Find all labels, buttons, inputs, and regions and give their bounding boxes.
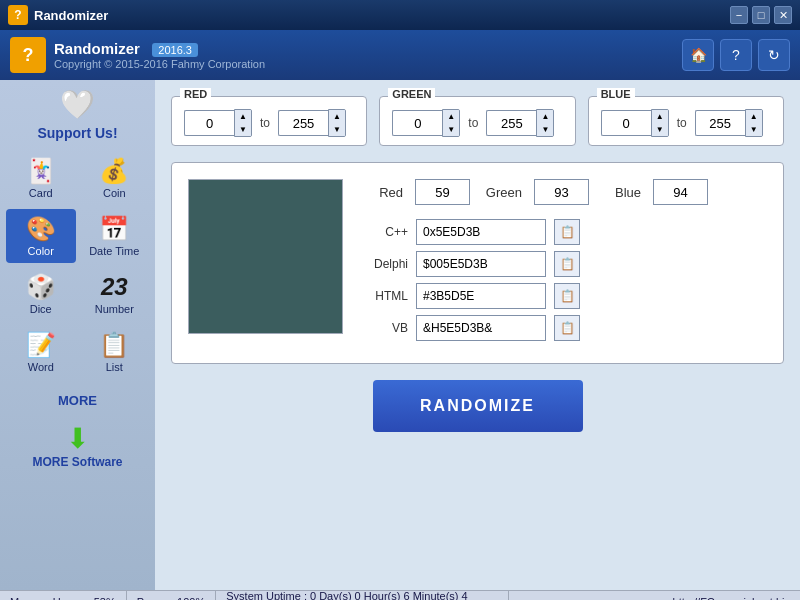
red-from-down[interactable]: ▼ [235,123,251,136]
vb-copy-button[interactable]: 📋 [554,315,580,341]
sidebar-item-card-label: Card [29,187,53,199]
range-controls: RED ▲ ▼ to ▲ ▼ [171,96,784,146]
sidebar-item-list[interactable]: 📋 List [80,325,150,379]
support-us-button[interactable]: 🤍 Support Us! [37,88,117,141]
sidebar-item-color[interactable]: 🎨 Color [6,209,76,263]
red-to-input[interactable] [278,110,328,136]
website-link[interactable]: http://FCorp.rajahost.biz [509,591,800,600]
green-to-input[interactable] [486,110,536,136]
power-status: Power : 100% [127,591,216,600]
sidebar-item-coin-label: Coin [103,187,126,199]
titlebar: ? Randomizer − □ ✕ [0,0,800,30]
app-logo: ? [10,37,46,73]
sidebar-item-dice[interactable]: 🎲 Dice [6,267,76,321]
cpp-value[interactable] [416,219,546,245]
header-icons: 🏠 ? ↻ [682,39,790,71]
html-copy-button[interactable]: 📋 [554,283,580,309]
headerbar: ? Randomizer 2016.3 Copyright © 2015-201… [0,30,800,80]
sidebar-item-word[interactable]: 📝 Word [6,325,76,379]
randomize-button[interactable]: RANDOMIZE [373,380,583,432]
cpp-row: C++ 📋 [363,219,767,245]
minimize-button[interactable]: − [730,6,748,24]
red-from-up[interactable]: ▲ [235,110,251,123]
green-label: GREEN [388,88,435,100]
code-rows: C++ 📋 Delphi 📋 HTML 📋 [363,219,767,341]
blue-from-arrows: ▲ ▼ [651,109,669,137]
red-from-arrows: ▲ ▼ [234,109,252,137]
html-value[interactable] [416,283,546,309]
blue-to-input[interactable] [695,110,745,136]
color-swatch [188,179,343,334]
blue-from-input[interactable] [601,110,651,136]
window-controls: − □ ✕ [730,6,792,24]
color-result-panel: Red 59 Green 93 Blue 94 C++ 📋 Delphi [171,162,784,364]
green-from-input[interactable] [392,110,442,136]
color-values: Red 59 Green 93 Blue 94 C++ 📋 Delphi [363,179,767,347]
close-button[interactable]: ✕ [774,6,792,24]
blue-value-label: Blue [601,185,641,200]
app-name: Randomizer [54,40,140,57]
sidebar-item-number[interactable]: 23 Number [80,267,150,321]
uptime-status: System Uptime : 0 Day(s) 0 Hour(s) 6 Min… [216,591,508,600]
sidebar-item-coin[interactable]: 💰 Coin [80,151,150,205]
green-to-down[interactable]: ▼ [537,123,553,136]
red-to-up[interactable]: ▲ [329,110,345,123]
calendar-icon: 📅 [99,215,129,243]
green-from-up[interactable]: ▲ [443,110,459,123]
more-software-button[interactable]: ⬇ MORE Software [32,422,122,469]
blue-range-group: BLUE ▲ ▼ to ▲ ▼ [588,96,784,146]
red-from-group: ▲ ▼ [184,109,252,137]
download-icon: ⬇ [66,422,89,455]
blue-from-group: ▲ ▼ [601,109,669,137]
blue-label: BLUE [597,88,635,100]
color-icon: 🎨 [26,215,56,243]
maximize-button[interactable]: □ [752,6,770,24]
sidebar-item-datetime-label: Date Time [89,245,139,257]
cpp-copy-button[interactable]: 📋 [554,219,580,245]
help-button[interactable]: ? [720,39,752,71]
blue-inputs: ▲ ▼ to ▲ ▼ [601,109,771,137]
refresh-button[interactable]: ↻ [758,39,790,71]
green-from-down[interactable]: ▼ [443,123,459,136]
sidebar-item-datetime[interactable]: 📅 Date Time [80,209,150,263]
home-button[interactable]: 🏠 [682,39,714,71]
green-from-arrows: ▲ ▼ [442,109,460,137]
delphi-copy-button[interactable]: 📋 [554,251,580,277]
sidebar-item-card[interactable]: 🃏 Card [6,151,76,205]
memory-status: Memory Usage : 53% [0,591,127,600]
app-copyright: Copyright © 2015-2016 Fahmy Corporation [54,58,682,70]
blue-value-box: 94 [653,179,708,205]
vb-value[interactable] [416,315,546,341]
window-title: Randomizer [34,8,730,23]
more-software-label: MORE Software [32,455,122,469]
blue-to-down[interactable]: ▼ [746,123,762,136]
blue-from-up[interactable]: ▲ [652,110,668,123]
blue-to-group: ▲ ▼ [695,109,763,137]
card-icon: 🃏 [26,157,56,185]
sidebar-item-color-label: Color [28,245,54,257]
blue-to-up[interactable]: ▲ [746,110,762,123]
green-to-up[interactable]: ▲ [537,110,553,123]
support-label: Support Us! [37,125,117,141]
red-from-input[interactable] [184,110,234,136]
list-icon: 📋 [99,331,129,359]
red-to-down[interactable]: ▼ [329,123,345,136]
app-info: Randomizer 2016.3 Copyright © 2015-2016 … [54,40,682,70]
sidebar: 🤍 Support Us! 🃏 Card 💰 Coin 🎨 Color 📅 Da… [0,80,155,590]
red-label: RED [180,88,211,100]
green-inputs: ▲ ▼ to ▲ ▼ [392,109,562,137]
delphi-value[interactable] [416,251,546,277]
more-button[interactable]: MORE [6,387,149,414]
blue-to-arrows: ▲ ▼ [745,109,763,137]
statusbar: Memory Usage : 53% Power : 100% System U… [0,590,800,600]
red-value-label: Red [363,185,403,200]
html-row: HTML 📋 [363,283,767,309]
main-layout: 🤍 Support Us! 🃏 Card 💰 Coin 🎨 Color 📅 Da… [0,80,800,590]
app-version: 2016.3 [152,43,198,57]
blue-from-down[interactable]: ▼ [652,123,668,136]
green-to-group: ▲ ▼ [486,109,554,137]
sidebar-item-list-label: List [106,361,123,373]
app-icon: ? [8,5,28,25]
red-inputs: ▲ ▼ to ▲ ▼ [184,109,354,137]
green-value-label: Green [482,185,522,200]
